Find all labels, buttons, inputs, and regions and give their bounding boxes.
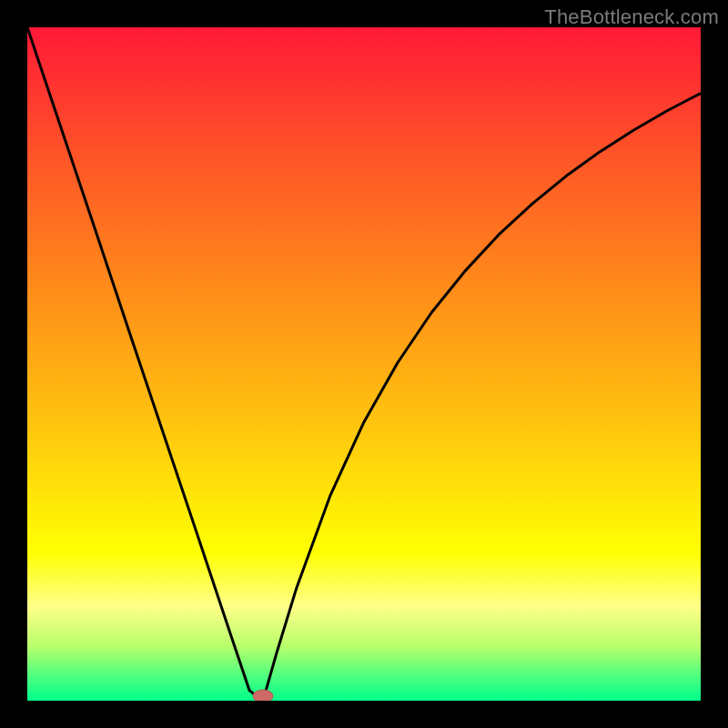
gradient-background (27, 27, 701, 701)
plot-area (27, 27, 701, 701)
optimal-point-marker (253, 690, 273, 701)
chart-frame: TheBottleneck.com (0, 0, 728, 728)
chart-svg (27, 27, 701, 701)
watermark-text: TheBottleneck.com (544, 5, 719, 29)
